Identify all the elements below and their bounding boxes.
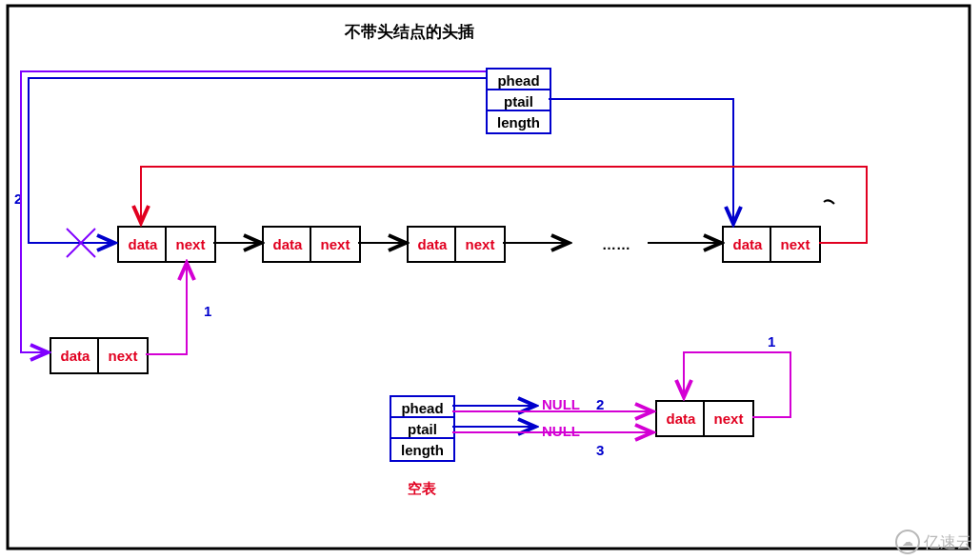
diagram-lines: [0, 0, 980, 560]
watermark-text: 亿速云: [924, 531, 972, 553]
cloud-icon: ☁: [895, 530, 920, 554]
watermark: ☁ 亿速云: [895, 530, 972, 554]
